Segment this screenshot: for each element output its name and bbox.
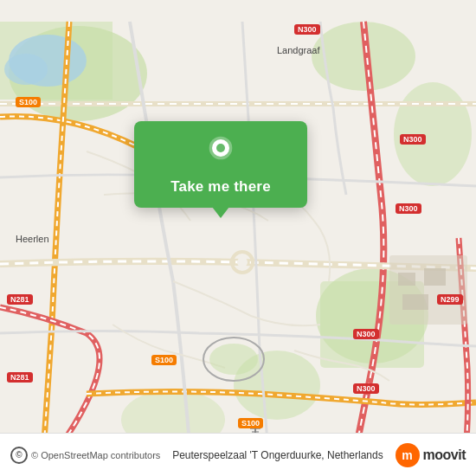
popup-card[interactable]: Take me there [134, 121, 307, 208]
osm-text: © OpenStreetMap contributors [31, 450, 160, 460]
location-pin-icon [203, 135, 238, 170]
moovit-icon: m [396, 443, 420, 467]
road-badge-n300-right1: N300 [400, 134, 426, 145]
road-badge-s100-left: S100 [16, 97, 41, 107]
take-me-there-button[interactable]: Take me there [170, 178, 271, 196]
road-badge-n281: N281 [7, 294, 33, 305]
moovit-text: moovit [423, 447, 466, 463]
road-badge-n299: N299 [437, 294, 463, 305]
osm-attribution: © © OpenStreetMap contributors [10, 447, 160, 464]
road-badge-s100-bottom2: S100 [238, 418, 263, 428]
svg-point-10 [4, 54, 48, 85]
road-badge-n281-b: N281 [7, 372, 33, 383]
osm-icon: © [10, 447, 28, 464]
bottom-bar: © © OpenStreetMap contributors Peuterspe… [0, 433, 476, 476]
label-heerlen: Heerlen [16, 234, 49, 244]
svg-rect-15 [424, 268, 446, 286]
svg-point-20 [209, 344, 258, 375]
moovit-logo: m moovit [396, 443, 466, 467]
svg-point-18 [237, 257, 248, 267]
label-landgraaf: Landgraaf [277, 45, 320, 55]
road-badge-n300-bottom2: N300 [353, 383, 379, 394]
svg-rect-13 [389, 255, 467, 325]
road-badge-n300-right2: N300 [396, 203, 421, 214]
road-badge-s100-bottom: S100 [151, 355, 177, 365]
road-badge-n300-top: N300 [294, 24, 320, 35]
map-container: N300 S100 S100 N300 N300 N281 N281 S100 … [0, 0, 476, 476]
svg-rect-14 [398, 273, 415, 286]
map-background [0, 0, 476, 476]
svg-rect-16 [402, 294, 428, 310]
place-name-label: Peuterspeelzaal 'T Ongerduurke, Netherla… [160, 449, 395, 461]
road-badge-n300-bottom: N300 [353, 329, 379, 339]
